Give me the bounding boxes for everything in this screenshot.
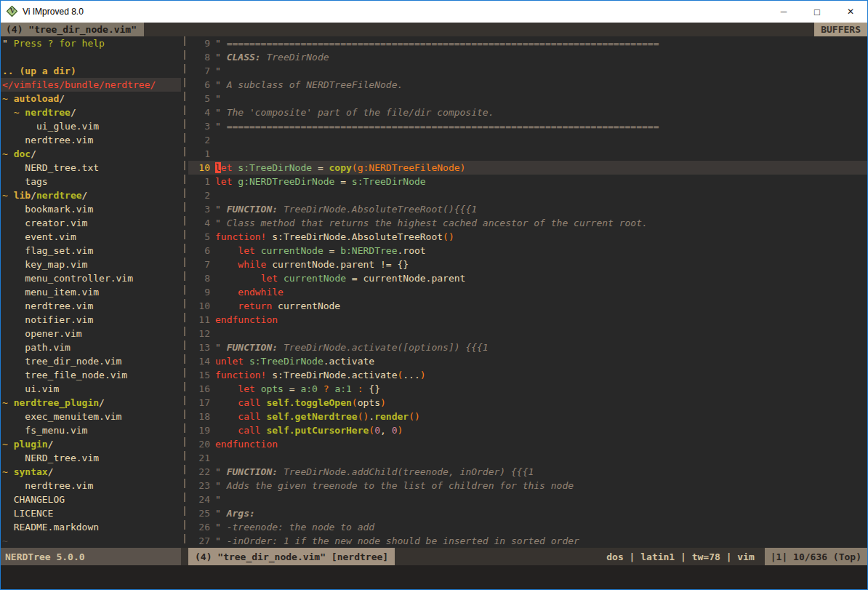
tree-item[interactable]: bookmark.vim bbox=[1, 202, 181, 216]
maximize-icon[interactable]: □ bbox=[800, 1, 834, 23]
code-line[interactable]: 6 let currentNode = b:NERDTree.root bbox=[188, 244, 867, 258]
window-separator[interactable] bbox=[181, 36, 188, 548]
line-text: endfunction bbox=[215, 437, 867, 451]
code-line[interactable]: 4" The 'composite' part of the file/dir … bbox=[188, 105, 867, 119]
line-number: 9 bbox=[188, 285, 210, 299]
line-number: 6 bbox=[188, 78, 210, 92]
code-line[interactable]: 9" =====================================… bbox=[188, 36, 867, 50]
code-line[interactable]: 21 bbox=[188, 451, 867, 465]
line-number: 14 bbox=[188, 354, 210, 368]
code-line[interactable]: 2 bbox=[188, 188, 867, 202]
tab-active-buffer[interactable]: (4) "tree_dir_node.vim" bbox=[1, 23, 144, 36]
tree-item[interactable]: ~ bbox=[1, 534, 181, 548]
line-text: " FUNCTION: TreeDirNode.addChild(treenod… bbox=[215, 465, 867, 479]
code-line[interactable]: 7" bbox=[188, 64, 867, 78]
tree-item[interactable]: menu_controller.vim bbox=[1, 271, 181, 285]
code-line[interactable]: 8 let currentNode = currentNode.parent bbox=[188, 271, 867, 285]
code-line[interactable]: 3" =====================================… bbox=[188, 119, 867, 133]
code-line[interactable]: 16 let opts = a:0 ? a:1 : {} bbox=[188, 382, 867, 396]
code-line[interactable]: 22" FUNCTION: TreeDirNode.addChild(treen… bbox=[188, 465, 867, 479]
tree-item[interactable]: .. (up a dir) bbox=[1, 64, 181, 78]
code-line[interactable]: 10 return currentNode bbox=[188, 299, 867, 313]
title-bar: V Vi IMproved 8.0 ─ □ ✕ bbox=[1, 1, 867, 23]
tree-item[interactable]: notifier.vim bbox=[1, 313, 181, 327]
code-line[interactable]: 25" Args: bbox=[188, 506, 867, 520]
code-line-current[interactable]: 10let s:TreeDirNode = copy(g:NERDTreeFil… bbox=[188, 161, 867, 175]
tree-item[interactable]: NERD_tree.vim bbox=[1, 451, 181, 465]
tree-item[interactable]: ~ nerdtree/ bbox=[1, 105, 181, 119]
tree-item[interactable]: fs_menu.vim bbox=[1, 423, 181, 437]
tree-item[interactable]: path.vim bbox=[1, 340, 181, 354]
line-number: 24 bbox=[188, 493, 210, 506]
tree-item[interactable]: ui.vim bbox=[1, 382, 181, 396]
code-line[interactable]: 1let g:NERDTreeDirNode = s:TreeDirNode bbox=[188, 175, 867, 188]
tree-item[interactable]: flag_set.vim bbox=[1, 244, 181, 258]
line-number: 7 bbox=[188, 258, 210, 271]
tree-item[interactable]: menu_item.vim bbox=[1, 285, 181, 299]
line-text: function! s:TreeDirNode.activate(...) bbox=[215, 368, 867, 382]
line-text: let g:NERDTreeDirNode = s:TreeDirNode bbox=[215, 175, 867, 188]
tree-item[interactable]: creator.vim bbox=[1, 216, 181, 230]
code-line[interactable]: 2 bbox=[188, 133, 867, 147]
tree-item[interactable]: " Press ? for help bbox=[1, 36, 181, 50]
code-line[interactable]: 5function! s:TreeDirNode.AbsoluteTreeRoo… bbox=[188, 230, 867, 244]
tree-item[interactable]: ~ nerdtree_plugin/ bbox=[1, 396, 181, 410]
code-line[interactable]: 13" FUNCTION: TreeDirNode.activate([opti… bbox=[188, 340, 867, 354]
tree-item[interactable] bbox=[1, 50, 181, 64]
tree-item[interactable]: </vimfiles/bundle/nerdtree/ bbox=[1, 78, 181, 92]
code-line[interactable]: 3" FUNCTION: TreeDirNode.AbsoluteTreeRoo… bbox=[188, 202, 867, 216]
code-line[interactable]: 24" bbox=[188, 493, 867, 506]
editor-panel[interactable]: 9" =====================================… bbox=[188, 36, 867, 548]
code-line[interactable]: 27" -inOrder: 1 if the new node should b… bbox=[188, 534, 867, 548]
code-line[interactable]: 14unlet s:TreeDirNode.activate bbox=[188, 354, 867, 368]
code-line[interactable]: 8" CLASS: TreeDirNode bbox=[188, 50, 867, 64]
code-line[interactable]: 9 endwhile bbox=[188, 285, 867, 299]
code-line[interactable]: 12 bbox=[188, 327, 867, 340]
tree-item[interactable]: tree_file_node.vim bbox=[1, 368, 181, 382]
line-number: 23 bbox=[188, 479, 210, 493]
code-line[interactable]: 19 call self.putCursorHere(0, 0) bbox=[188, 423, 867, 437]
line-number: 20 bbox=[188, 437, 210, 451]
line-number: 18 bbox=[188, 410, 210, 423]
tree-item[interactable]: CHANGELOG bbox=[1, 493, 181, 506]
line-text bbox=[215, 451, 867, 465]
tree-item[interactable]: tags bbox=[1, 175, 181, 188]
code-line[interactable]: 1 bbox=[188, 147, 867, 161]
minimize-icon[interactable]: ─ bbox=[767, 1, 800, 23]
tree-item[interactable]: nerdtree.vim bbox=[1, 133, 181, 147]
tree-item[interactable]: NERD_tree.txt bbox=[1, 161, 181, 175]
tree-item[interactable]: ui_glue.vim bbox=[1, 119, 181, 133]
tree-item[interactable]: ~ syntax/ bbox=[1, 465, 181, 479]
tree-item[interactable]: event.vim bbox=[1, 230, 181, 244]
command-line[interactable] bbox=[1, 565, 867, 589]
tree-item[interactable]: nerdtree.vim bbox=[1, 299, 181, 313]
tree-item[interactable]: ~ plugin/ bbox=[1, 437, 181, 451]
line-number: 3 bbox=[188, 202, 210, 216]
tree-item[interactable]: README.markdown bbox=[1, 520, 181, 534]
code-line[interactable]: 15function! s:TreeDirNode.activate(...) bbox=[188, 368, 867, 382]
code-line[interactable]: 4" Class method that returns the highest… bbox=[188, 216, 867, 230]
tree-item[interactable]: key_map.vim bbox=[1, 258, 181, 271]
code-line[interactable]: 7 while currentNode.parent != {} bbox=[188, 258, 867, 271]
tree-item[interactable]: exec_menuitem.vim bbox=[1, 410, 181, 423]
tree-item[interactable]: nerdtree.vim bbox=[1, 479, 181, 493]
line-text: " FUNCTION: TreeDirNode.AbsoluteTreeRoot… bbox=[215, 202, 867, 216]
tree-item[interactable]: opener.vim bbox=[1, 327, 181, 340]
tree-item[interactable]: LICENCE bbox=[1, 506, 181, 520]
code-line[interactable]: 20endfunction bbox=[188, 437, 867, 451]
line-number: 10 bbox=[188, 299, 210, 313]
code-line[interactable]: 11endfunction bbox=[188, 313, 867, 327]
tree-item[interactable]: ~ lib/nerdtree/ bbox=[1, 188, 181, 202]
code-line[interactable]: 23" Adds the given treenode to the list … bbox=[188, 479, 867, 493]
tree-item[interactable]: ~ autoload/ bbox=[1, 92, 181, 105]
code-line[interactable]: 26" -treenode: the node to add bbox=[188, 520, 867, 534]
code-line[interactable]: 6" A subclass of NERDTreeFileNode. bbox=[188, 78, 867, 92]
code-line[interactable]: 17 call self.toggleOpen(opts) bbox=[188, 396, 867, 410]
code-line[interactable]: 18 call self.getNerdtree().render() bbox=[188, 410, 867, 423]
tree-item[interactable]: ~ doc/ bbox=[1, 147, 181, 161]
line-text: endwhile bbox=[215, 285, 867, 299]
line-number: 17 bbox=[188, 396, 210, 410]
close-icon[interactable]: ✕ bbox=[834, 1, 867, 23]
tree-item[interactable]: tree_dir_node.vim bbox=[1, 354, 181, 368]
code-line[interactable]: 5" bbox=[188, 92, 867, 105]
